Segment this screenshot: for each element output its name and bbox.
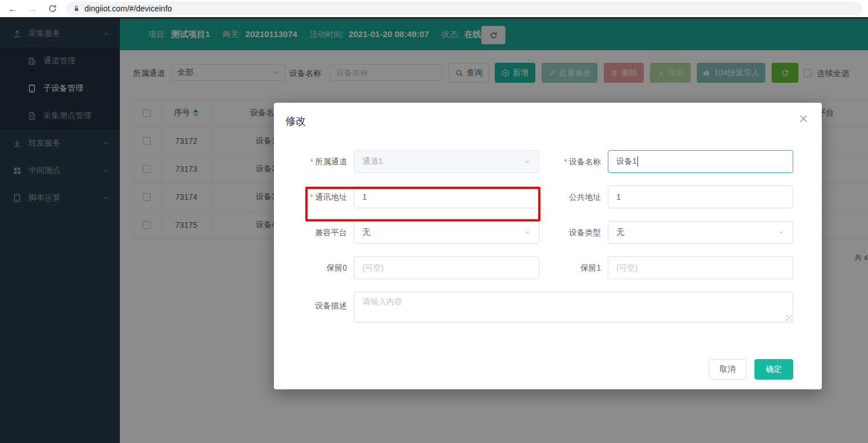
reserve0-field-label: 保留0 <box>274 263 347 273</box>
cancel-button[interactable]: 取消 <box>709 359 746 380</box>
browser-back-icon[interactable]: ← <box>8 4 18 14</box>
field-label-text: 保留1 <box>580 263 601 272</box>
device-type-select-value: 无 <box>616 227 624 237</box>
browser-forward-icon[interactable]: → <box>28 4 38 14</box>
text-cursor <box>637 156 638 167</box>
reserve0-field-wrap <box>354 256 539 279</box>
description-field[interactable] <box>354 292 793 322</box>
required-asterisk: * <box>564 157 567 166</box>
field-label-text: 设备描述 <box>315 301 347 310</box>
field-label-text: 公共地址 <box>569 192 601 202</box>
channel-field-label: *所属通道 <box>274 157 347 167</box>
field-label-text: 设备类型 <box>569 228 601 237</box>
address-bar[interactable]: dingiiot.com/#/deviceinfo <box>66 2 862 15</box>
reserve0-field[interactable] <box>362 263 531 272</box>
field-label-text: 保留0 <box>326 263 347 272</box>
screen: ← → dingiiot.com/#/deviceinfo 采集服务 <box>0 0 868 443</box>
resize-handle[interactable] <box>786 315 792 321</box>
device-name-field[interactable]: 设备1 <box>608 150 793 173</box>
browser-chrome: ← → dingiiot.com/#/deviceinfo <box>0 0 868 17</box>
description-field-wrap <box>354 292 793 323</box>
reserve1-field-wrap <box>608 256 793 279</box>
device-name-field-value: 设备1 <box>616 156 637 167</box>
browser-refresh-icon[interactable] <box>48 4 57 13</box>
confirm-button[interactable]: 确定 <box>754 359 793 380</box>
device-type-select[interactable]: 无 <box>608 221 793 244</box>
device-name-field-label: *设备名称 <box>528 157 601 167</box>
public-addr-field[interactable] <box>616 192 785 202</box>
public-addr-field-wrap <box>608 186 793 208</box>
reserve1-field-label: 保留1 <box>528 263 601 273</box>
description-field-label: 设备描述 <box>274 301 347 311</box>
platform-select-value: 无 <box>362 227 370 237</box>
field-label-text: 所属通道 <box>315 157 347 166</box>
device-type-field-label: 设备类型 <box>528 228 601 238</box>
edit-dialog: 修改 *所属通道 通道1 *设备名称 设备1 *通讯地址 公共地址 <box>274 103 822 389</box>
required-asterisk: * <box>310 157 313 166</box>
channel-select[interactable]: 通道1 <box>354 150 539 173</box>
annotation-highlight-box <box>305 187 540 222</box>
reserve1-field[interactable] <box>616 263 785 272</box>
field-label-text: 兼容平台 <box>315 228 347 237</box>
lock-icon <box>73 5 80 12</box>
chevron-down-icon <box>778 229 785 236</box>
platform-field-label: 兼容平台 <box>274 228 347 238</box>
confirm-button-label: 确定 <box>766 364 782 374</box>
cancel-button-label: 取消 <box>720 364 736 374</box>
platform-select[interactable]: 无 <box>354 221 539 244</box>
close-icon[interactable] <box>799 114 808 123</box>
field-label-text: 设备名称 <box>569 157 601 166</box>
channel-select-value: 通道1 <box>362 156 383 167</box>
url-text: dingiiot.com/#/deviceinfo <box>84 4 172 13</box>
dialog-title: 修改 <box>285 114 306 128</box>
